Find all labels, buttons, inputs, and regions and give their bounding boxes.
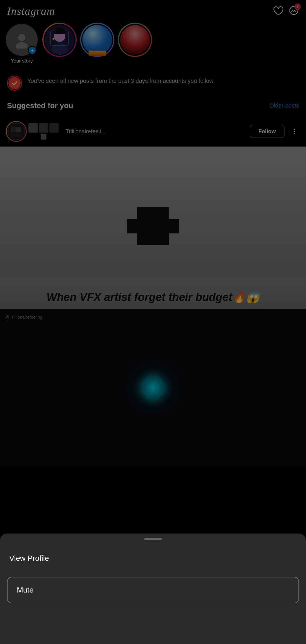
view-profile-option[interactable]: View Profile	[0, 546, 306, 571]
bottom-sheet: View Profile Mute	[0, 534, 306, 644]
overlay-backdrop[interactable]	[0, 0, 306, 534]
mute-option[interactable]: Mute	[7, 577, 299, 603]
bottom-sheet-handle	[144, 538, 162, 540]
